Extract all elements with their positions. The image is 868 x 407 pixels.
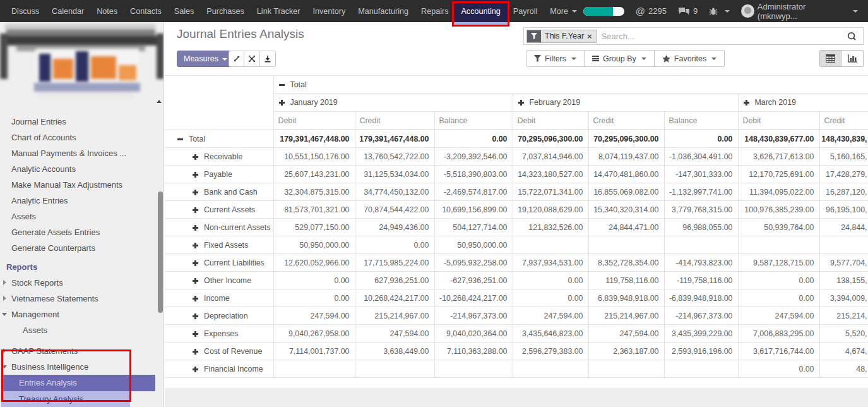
pivot-cell: 247,594.00 (273, 307, 355, 325)
sidebar-item-business-intelligence[interactable]: Business Intelligence (0, 359, 163, 375)
sidebar-item-assets[interactable]: Assets (0, 322, 163, 338)
pivot-col-group-total[interactable]: Total (273, 76, 868, 94)
scroll-up-icon[interactable] (157, 100, 162, 103)
pivot-cell: 5,520, (819, 325, 868, 343)
sidebar-item-analytic-accounts[interactable]: Analytic Accounts (0, 161, 163, 177)
menu-inventory[interactable]: Inventory (306, 0, 352, 22)
sidebar-item-management[interactable]: Management (0, 307, 163, 322)
menu-purchases[interactable]: Purchases (200, 0, 251, 22)
graph-view-button[interactable] (841, 50, 864, 67)
pivot-measure-february-2019-debit[interactable]: Debit (513, 112, 588, 130)
pivot-row-header-expenses[interactable]: Expenses (165, 325, 273, 343)
pivot-row-header-financial-income[interactable]: Financial Income (165, 360, 273, 378)
sidebar-item-entries-analysis[interactable]: Entries Analysis (1, 375, 155, 391)
pivot-row-header-income[interactable]: Income (165, 289, 273, 307)
pivot-cell: 50,950,000.00 (273, 236, 355, 254)
sidebar-scrollbar[interactable] (158, 191, 163, 313)
messages-menu[interactable]: 9 (678, 6, 698, 16)
filters-button[interactable]: Filters (526, 50, 585, 67)
menu-contacts[interactable]: Contacts (124, 0, 168, 22)
pivot-cell: 14,470,481,860.00 (588, 166, 664, 183)
pivot-row-header-other-income[interactable]: Other Income (165, 272, 273, 289)
pivot-col-group-february-2019[interactable]: February 2019 (513, 94, 738, 112)
pivot-cell: 247,594.00 (588, 325, 664, 343)
pivot-col-group-march-2019[interactable]: March 2019 (738, 94, 868, 112)
download-button[interactable] (260, 51, 276, 67)
expand-all-button[interactable] (229, 51, 244, 67)
search-icon[interactable] (847, 32, 857, 41)
pivot-cell: 15,340,320,314.00 (588, 201, 664, 219)
sidebar-item-treasury-analysis[interactable]: Treasury Analysis (1, 391, 130, 407)
pivot-cell: 7,110,363,288.00 (434, 343, 513, 360)
sidebar-item-gaap-statements[interactable]: GAAP Statements (0, 343, 163, 359)
sidebar-item-reports: Reports (0, 259, 163, 275)
favorites-button[interactable]: Favorites (655, 50, 725, 67)
menu-calendar[interactable]: Calendar (45, 0, 90, 22)
pivot-cell: 16,855,069,082.00 (588, 183, 664, 201)
pivot-col-group-january-2019[interactable]: January 2019 (273, 94, 513, 112)
menu-accounting[interactable]: Accounting (455, 0, 506, 22)
menu-payroll[interactable]: Payroll (507, 0, 544, 22)
pivot-measure-february-2019-credit[interactable]: Credit (588, 112, 664, 130)
pivot-row-header-bank-and-cash[interactable]: Bank and Cash (165, 183, 273, 201)
app-window: DiscussCalendarNotesContactsSalesPurchas… (0, 0, 868, 407)
mention-counter[interactable]: @ 2295 (636, 6, 667, 16)
pivot-cell: 11,394,095,022.00 (738, 183, 819, 201)
pivot-row-financial-income: Financial Income0.0048, (165, 360, 868, 378)
pivot-measure-january-2019-credit[interactable]: Credit (355, 112, 434, 130)
pivot-row-cost-of-revenue: Cost of Revenue7,114,001,737.003,638,449… (165, 343, 868, 360)
pivot-row-header-fixed-assets[interactable]: Fixed Assets (165, 236, 273, 254)
sidebar-item-analytic-entries[interactable]: Analytic Entries (0, 193, 163, 209)
sidebar-item-assets[interactable]: Assets (0, 209, 163, 224)
debug-menu[interactable] (709, 7, 730, 16)
search-input[interactable] (597, 32, 847, 41)
pivot-cell: 17,428,279, (819, 166, 868, 183)
flip-axis-button[interactable] (244, 51, 260, 67)
menu-sales[interactable]: Sales (168, 0, 201, 22)
pivot-cell: -1,132,997,741.00 (664, 183, 738, 201)
facet-remove-icon[interactable]: × (587, 32, 592, 40)
sidebar-item-generate-assets-entries[interactable]: Generate Assets Entries (0, 224, 163, 240)
menu-notes[interactable]: Notes (90, 0, 124, 22)
sidebar-item-generate-counterparts[interactable]: Generate Counterparts (0, 240, 163, 256)
sidebar-item-vietnamese-statements[interactable]: Vietnamese Statements (0, 291, 163, 307)
pivot-row-header-current-assets[interactable]: Current Assets (165, 201, 273, 219)
menu-manufacturing[interactable]: Manufacturing (352, 0, 415, 22)
pivot-cell: 0.00 (513, 289, 588, 307)
sidebar-item-journal-entries[interactable]: Journal Entries (0, 114, 163, 130)
pivot-measure-march-2019-credit[interactable]: Credit (819, 112, 868, 130)
pivot-row-header-payable[interactable]: Payable (165, 166, 273, 183)
measures-button[interactable]: Measures (177, 51, 234, 67)
menu-link-tracker[interactable]: Link Tracker (251, 0, 307, 22)
pivot-view-button[interactable] (819, 50, 841, 67)
pivot-row-header-current-liabilities[interactable]: Current Liabilities (165, 254, 273, 272)
pivot-measure-january-2019-balance[interactable]: Balance (434, 112, 513, 130)
group-by-button[interactable]: Group By (585, 50, 655, 67)
search-facet[interactable]: This F.Year × (526, 30, 597, 43)
caret-right-icon (3, 348, 6, 353)
menu-repairs[interactable]: Repairs (415, 0, 455, 22)
pivot-measure-january-2019-debit[interactable]: Debit (273, 112, 355, 130)
pivot-measure-march-2019-debit[interactable]: Debit (738, 112, 819, 130)
sidebar-item-chart-of-accounts[interactable]: Chart of Accounts (0, 130, 163, 145)
pivot-cell: 7,937,934,531.00 (513, 254, 588, 272)
menu-discuss[interactable]: Discuss (5, 0, 45, 22)
sidebar-item-stock-reports[interactable]: Stock Reports (0, 275, 163, 291)
pivot-row-header-receivable[interactable]: Receivable (165, 148, 273, 166)
sidebar-item-label: Assets (11, 212, 36, 221)
sidebar-item-make-manual-tax-adjustments[interactable]: Make Manual Tax Adjustments (0, 177, 163, 193)
collapse-icon (279, 82, 285, 88)
menu-more[interactable]: More (544, 0, 583, 22)
pivot-measure-february-2019-balance[interactable]: Balance (664, 112, 738, 130)
sidebar-item-label: Vietnamese Statements (11, 294, 98, 303)
sidebar-item-manual-payments-invoices[interactable]: Manual Payments & Invoices ... (0, 145, 163, 161)
pivot-cell: 32,304,875,315.00 (273, 183, 355, 201)
pivot-cell: -1,036,304,491.00 (664, 148, 738, 166)
pivot-cell: 50,939,764.00 (738, 219, 819, 236)
pivot-row-header-total[interactable]: Total (165, 130, 273, 148)
user-menu[interactable]: Administrator (mknwyp... (741, 2, 858, 21)
pivot-cell: 3,394,009, (819, 289, 868, 307)
pivot-row-header-cost-of-revenue[interactable]: Cost of Revenue (165, 343, 273, 360)
pivot-row-header-depreciation[interactable]: Depreciation (165, 307, 273, 325)
pivot-row-header-non-current-assets[interactable]: Non-current Assets (165, 219, 273, 236)
